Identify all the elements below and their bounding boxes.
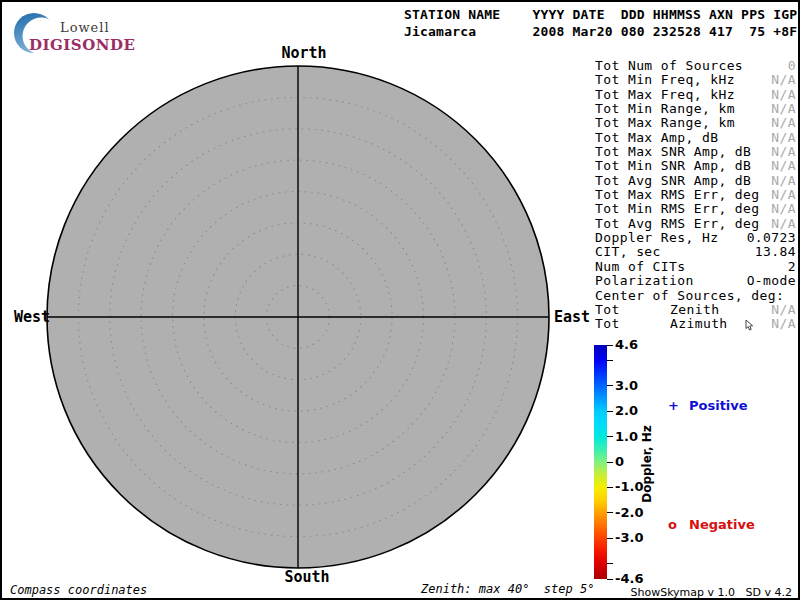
colorbar-tick xyxy=(607,512,613,513)
panel-value: N/A xyxy=(771,303,796,317)
colorbar-tick-label: 1.0 xyxy=(615,429,638,444)
panel-row: Tot Max SNR Amp, dBN/A xyxy=(595,145,796,159)
panel-value: 13.84 xyxy=(755,245,796,259)
footer-zenith-info: Zenith: max 40° step 5° xyxy=(421,582,594,596)
colorbar-tick-label: 0 xyxy=(615,454,624,469)
panel-value: 2 xyxy=(788,260,796,274)
logo-digisonde-text: DIGISONDE xyxy=(29,36,135,54)
panel-row: Tot Min Range, kmN/A xyxy=(595,102,796,116)
panel-value: N/A xyxy=(771,145,796,159)
panel-value: N/A xyxy=(771,102,796,116)
panel-label: Center of Sources, deg: xyxy=(595,289,784,303)
panel-label: CIT, sec xyxy=(595,245,661,259)
panel-row: Tot Min Freq, kHzN/A xyxy=(595,73,796,87)
panel-label: Tot xyxy=(595,303,620,317)
panel-row: TotZenithN/A xyxy=(595,303,796,317)
panel-sublabel: Zenith xyxy=(670,303,719,317)
plus-marker-icon: + xyxy=(668,398,689,413)
panel-label: Tot Max Amp, dB xyxy=(595,131,718,145)
compass-label-east: East xyxy=(554,308,590,326)
panel-value: N/A xyxy=(771,159,796,173)
panel-label: Doppler Res, Hz xyxy=(595,231,718,245)
logo-lowell-text: Lowell xyxy=(60,20,110,35)
panel-row: Tot Min SNR Amp, dBN/A xyxy=(595,159,796,173)
legend-negative-label: Negative xyxy=(689,517,755,532)
panel-value: N/A xyxy=(771,188,796,202)
colorbar-tick-label: 2.0 xyxy=(615,403,638,418)
legend-positive-label: Positive xyxy=(689,398,748,413)
panel-label: Tot Max SNR Amp, dB xyxy=(595,145,751,159)
panel-value: N/A xyxy=(771,73,796,87)
panel-value: N/A xyxy=(771,202,796,216)
panel-label: Tot Num of Sources xyxy=(595,59,743,73)
panel-label: Tot Avg SNR Amp, dB xyxy=(595,174,751,188)
footer-coordinate-system: Compass coordinates xyxy=(10,583,147,597)
panel-label: Tot Max RMS Err, deg xyxy=(595,188,760,202)
lowell-digisonde-logo: Lowell DIGISONDE xyxy=(10,7,142,55)
panel-row: TotAzimuthN/A xyxy=(595,317,796,331)
panel-row: CIT, sec13.84 xyxy=(595,245,796,259)
colorbar-tick xyxy=(607,345,613,346)
footer-version: ShowSkymap v 1.0 SD v 4.2 xyxy=(630,586,792,599)
colorbar-tick-label: -4.6 xyxy=(615,571,643,586)
colorbar-tick-label: 3.0 xyxy=(615,378,638,393)
showskymap-window: Lowell DIGISONDE STATION NAME YYYY DATE … xyxy=(0,0,800,600)
compass-label-west: West xyxy=(14,308,50,326)
panel-row: Tot Max RMS Err, degN/A xyxy=(595,188,796,202)
colorbar-tick xyxy=(607,436,613,437)
colorbar-title: Doppler, Hz xyxy=(640,425,654,503)
colorbar-tick xyxy=(607,411,613,412)
panel-row: Tot Max Amp, dBN/A xyxy=(595,131,796,145)
panel-value: O-mode xyxy=(747,274,796,288)
colorbar-tick-label: -3.0 xyxy=(615,530,643,545)
panel-row: Doppler Res, Hz0.0723 xyxy=(595,231,796,245)
colorbar-tick xyxy=(607,579,613,580)
panel-row: Tot Avg SNR Amp, dBN/A xyxy=(595,174,796,188)
header-values-line: Jicamarca 2008 Mar20 080 232528 417 75 +… xyxy=(404,24,797,39)
panel-value: N/A xyxy=(771,88,796,102)
panel-sublabel: Azimuth xyxy=(670,317,728,331)
colorbar-tick xyxy=(607,360,613,361)
compass-label-north: North xyxy=(281,44,326,62)
panel-row: Tot Max Freq, kHzN/A xyxy=(595,88,796,102)
panel-row: PolarizationO-mode xyxy=(595,274,796,288)
panel-label: Tot xyxy=(595,317,620,331)
panel-row: Tot Num of Sources0 xyxy=(595,59,796,73)
panel-value: N/A xyxy=(771,217,796,231)
panel-value: 0.0723 xyxy=(747,231,796,245)
mouse-cursor-icon xyxy=(745,320,755,334)
circle-marker-icon: o xyxy=(668,517,689,532)
colorbar-tick xyxy=(607,538,613,539)
panel-label: Tot Max Freq, kHz xyxy=(595,88,735,102)
panel-value: 0 xyxy=(788,59,796,73)
panel-row: Tot Avg RMS Err, degN/A xyxy=(595,217,796,231)
colorbar-tick-label: 4.6 xyxy=(615,337,638,352)
info-panel: Tot Num of Sources0Tot Min Freq, kHzN/AT… xyxy=(595,59,796,332)
colorbar-tick-label: -2.0 xyxy=(615,505,643,520)
legend-negative: oNegative xyxy=(668,517,755,532)
panel-label: Polarization xyxy=(595,274,694,288)
panel-value: N/A xyxy=(771,317,796,331)
panel-label: Tot Min RMS Err, deg xyxy=(595,202,760,216)
panel-row: Center of Sources, deg: xyxy=(595,289,796,303)
panel-value: N/A xyxy=(771,116,796,130)
panel-label: Tot Min SNR Amp, dB xyxy=(595,159,751,173)
panel-value: N/A xyxy=(771,174,796,188)
panel-label: Tot Min Range, km xyxy=(595,102,735,116)
panel-row: Tot Max Range, kmN/A xyxy=(595,116,796,130)
station-header: STATION NAME YYYY DATE DDD HHMMSS AXN PP… xyxy=(404,6,797,40)
colorbar-tick xyxy=(607,385,613,386)
colorbar-gradient xyxy=(594,345,607,579)
panel-value: N/A xyxy=(771,131,796,145)
panel-label: Num of CITs xyxy=(595,260,686,274)
legend-positive: +Positive xyxy=(668,398,748,413)
panel-label: Tot Min Freq, kHz xyxy=(595,73,735,87)
panel-label: Tot Max Range, km xyxy=(595,116,735,130)
colorbar-tick xyxy=(607,563,613,564)
panel-label: Tot Avg RMS Err, deg xyxy=(595,217,760,231)
compass-label-south: South xyxy=(284,568,329,586)
colorbar-tick xyxy=(607,462,613,463)
panel-row: Num of CITs2 xyxy=(595,260,796,274)
colorbar-tick xyxy=(607,487,613,488)
skymap-plot xyxy=(42,61,554,573)
